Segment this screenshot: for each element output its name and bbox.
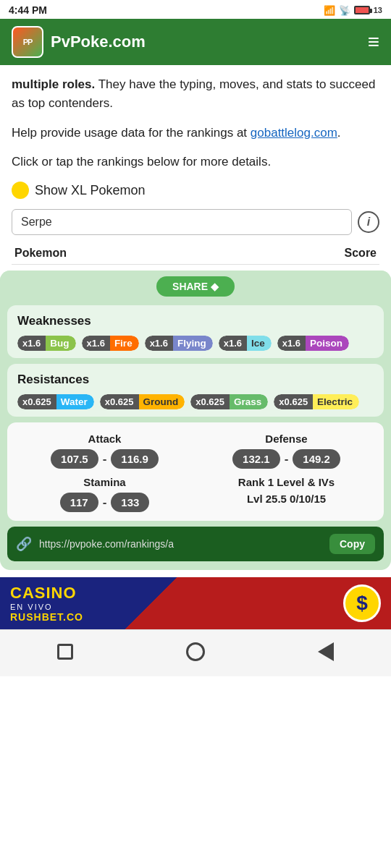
fire-name: Fire [110, 336, 139, 351]
poison-name: Poison [306, 336, 349, 351]
defense-cell: Defense 132.1 - 149.2 [199, 433, 374, 469]
logo-area: PP PvPoke.com [12, 26, 146, 58]
xl-circle-icon [12, 182, 29, 199]
nav-stop-button[interactable] [51, 637, 80, 666]
copy-button[interactable]: Copy [329, 534, 375, 554]
type-tag-electric: x0.625 Electric [274, 394, 359, 409]
stats-grid: Attack 107.5 - 116.9 Defense 132.1 - 149… [17, 433, 374, 512]
attack-cell: Attack 107.5 - 116.9 [17, 433, 192, 469]
ad-site-text: RUSHBET.CO [10, 611, 83, 623]
attack-min: 107.5 [51, 449, 98, 469]
defense-min: 132.1 [232, 449, 280, 469]
url-bar: 🔗 https://pvpoke.com/rankings/a Copy [7, 527, 384, 561]
header: PP PvPoke.com ≡ [0, 19, 391, 65]
battery-text: 13 [374, 6, 382, 14]
pokemon-card: SHARE ◆ Weaknesses x1.6 Bug x1.6 Fire x1… [0, 271, 391, 570]
type-tag-poison: x1.6 Poison [277, 336, 349, 351]
share-button[interactable]: SHARE ◆ [156, 276, 235, 297]
nav-back-button[interactable] [311, 637, 340, 666]
url-text: https://pvpoke.com/rankings/a [39, 538, 322, 550]
ad-sub-text: EN VIVO [10, 603, 53, 611]
score-col-header: Score [345, 247, 377, 260]
show-xl-label: Show XL Pokemon [35, 183, 145, 198]
logo-icon: PP [12, 26, 43, 58]
defense-values: 132.1 - 149.2 [199, 449, 374, 469]
resistances-title: Resistances [17, 373, 374, 387]
share-btn-row: SHARE ◆ [0, 271, 391, 299]
water-name: Water [56, 394, 94, 409]
weaknesses-title: Weaknesses [17, 314, 374, 328]
status-time: 4:44 PM [9, 4, 47, 16]
usage-paragraph: Help provide usage data for the rankings… [12, 124, 379, 142]
rank-label: Rank 1 Level & IVs [199, 476, 374, 488]
rank-value-row: Lvl 25.5 0/10/15 [199, 493, 374, 505]
electric-multiplier: x0.625 [274, 394, 313, 409]
stamina-values: 117 - 133 [17, 493, 192, 512]
home-icon [186, 642, 205, 661]
water-multiplier: x0.625 [17, 394, 56, 409]
link-icon: 🔗 [16, 536, 32, 552]
nav-bar [0, 629, 391, 676]
type-tag-flying: x1.6 Flying [145, 336, 213, 351]
type-tag-ground: x0.625 Ground [100, 394, 185, 409]
type-tag-water: x0.625 Water [17, 394, 94, 409]
gobattlelog-link[interactable]: gobattlelog.com [251, 126, 337, 140]
type-tag-bug: x1.6 Bug [17, 336, 76, 351]
pokemon-col-header: Pokemon [14, 247, 67, 260]
stamina-max: 133 [111, 493, 149, 512]
ad-banner: CASINO EN VIVO RUSHBET.CO $ [0, 577, 391, 629]
bug-multiplier: x1.6 [17, 336, 46, 351]
type-tag-grass: x0.625 Grass [190, 394, 268, 409]
stop-icon [57, 644, 73, 660]
bug-name: Bug [46, 336, 75, 351]
status-icons: 📶 📡 13 [324, 5, 382, 16]
table-header: Pokemon Score [12, 242, 379, 265]
flying-name: Flying [173, 336, 213, 351]
poison-multiplier: x1.6 [277, 336, 306, 351]
type-tag-fire: x1.6 Fire [82, 336, 139, 351]
stamina-cell: Stamina 117 - 133 [17, 476, 192, 512]
main-content: multiple roles. They have the typing, mo… [0, 65, 391, 271]
ground-multiplier: x0.625 [100, 394, 139, 409]
defense-max: 149.2 [293, 449, 340, 469]
nav-home-button[interactable] [181, 637, 210, 666]
attack-values: 107.5 - 116.9 [17, 449, 192, 469]
info-icon[interactable]: i [358, 211, 379, 233]
stamina-min: 117 [60, 493, 98, 512]
stamina-dash: - [103, 495, 107, 510]
weaknesses-section: Weaknesses x1.6 Bug x1.6 Fire x1.6 Flyin… [7, 305, 384, 358]
ad-casino-text: CASINO [10, 584, 77, 603]
rank-cell: Rank 1 Level & IVs Lvl 25.5 0/10/15 [199, 476, 374, 512]
weakness-tags: x1.6 Bug x1.6 Fire x1.6 Flying x1.6 Ice … [17, 336, 374, 351]
usage-text: Help provide usage data for the rankings… [12, 126, 251, 140]
search-input[interactable] [12, 209, 352, 235]
flying-multiplier: x1.6 [145, 336, 173, 351]
intro-bold: multiple roles. [12, 77, 95, 91]
wifi-icon: 📡 [339, 5, 350, 16]
defense-dash: - [285, 452, 289, 467]
ice-name: Ice [247, 336, 272, 351]
status-bar: 4:44 PM 📶 📡 13 [0, 0, 391, 19]
signal-icon: 📶 [324, 5, 335, 16]
ground-name: Ground [139, 394, 185, 409]
search-row: i [12, 209, 379, 235]
attack-max: 116.9 [111, 449, 159, 469]
ad-left: CASINO EN VIVO RUSHBET.CO [10, 584, 83, 623]
ad-dollar-icon: $ [343, 584, 381, 622]
battery-icon [354, 6, 370, 14]
ice-multiplier: x1.6 [219, 336, 247, 351]
type-tag-ice: x1.6 Ice [219, 336, 272, 351]
fire-multiplier: x1.6 [82, 336, 110, 351]
stats-section: Attack 107.5 - 116.9 Defense 132.1 - 149… [7, 422, 384, 521]
back-icon [318, 642, 334, 661]
menu-button[interactable]: ≡ [368, 32, 379, 52]
attack-dash: - [103, 452, 107, 467]
site-title: PvPoke.com [51, 33, 146, 51]
attack-label: Attack [17, 433, 192, 445]
resistances-section: Resistances x0.625 Water x0.625 Ground x… [7, 364, 384, 417]
show-xl-row[interactable]: Show XL Pokemon [12, 182, 379, 199]
intro-paragraph: multiple roles. They have the typing, mo… [12, 75, 379, 114]
tap-text: Click or tap the rankings below for more… [12, 153, 379, 171]
rank-value: Lvl 25.5 0/10/15 [247, 493, 326, 505]
resistance-tags: x0.625 Water x0.625 Ground x0.625 Grass … [17, 394, 374, 409]
